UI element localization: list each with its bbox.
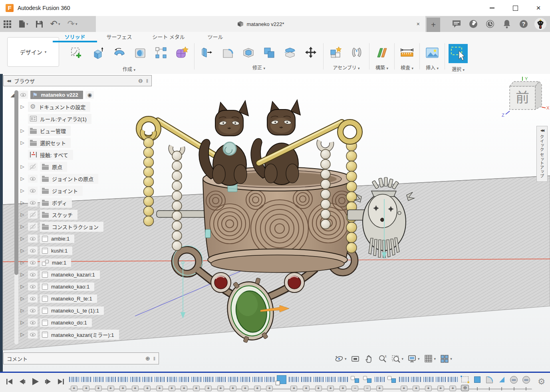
timeline-feature-joints[interactable]: +	[227, 374, 239, 392]
tree-item-chip[interactable]: 接触: すべて	[28, 150, 73, 160]
browser-scrollbar[interactable]	[14, 90, 18, 344]
browser-header[interactable]: ◀◀ ブラウザ ⊖ ‖	[3, 75, 152, 86]
timeline-settings-gear-icon[interactable]: ⚙	[538, 377, 545, 386]
timeline-group-marker[interactable]	[501, 387, 502, 390]
visibility-eye-button[interactable]	[28, 330, 38, 338]
expand-arrow-icon[interactable]: ▷	[19, 164, 26, 169]
go-to-end-button[interactable]	[55, 376, 66, 387]
timeline-group-marker[interactable]: +	[169, 386, 175, 391]
timeline-feature-joints[interactable]: +	[105, 374, 117, 392]
expand-arrow-icon[interactable]: ▷	[19, 140, 26, 145]
timeline-group-marker[interactable]: +	[156, 386, 163, 391]
timeline-feature-joints[interactable]: +	[141, 374, 154, 392]
tree-item-chip[interactable]: ジョイントの原点	[40, 174, 98, 184]
timeline-group-marker[interactable]: +	[340, 386, 346, 391]
tree-item-chip[interactable]: スケッチ	[40, 210, 77, 220]
visibility-eye-button[interactable]	[28, 283, 38, 291]
timeline-feature-joints[interactable]: +	[337, 374, 349, 392]
visibility-eye-button[interactable]	[28, 187, 38, 195]
timeline-group-marker[interactable]: +	[71, 386, 77, 391]
red-jewel-right[interactable]	[284, 273, 304, 293]
visibility-eye-button[interactable]	[28, 306, 38, 314]
visibility-eye-button[interactable]	[28, 259, 38, 267]
tree-item-chip[interactable]: ⚑mataneko v222	[30, 91, 83, 99]
expand-arrow-icon[interactable]: ▷	[19, 308, 26, 313]
timeline-group-marker[interactable]: +	[205, 386, 212, 391]
tree-item-chip[interactable]: ボディ	[40, 198, 72, 208]
zoom-button[interactable]: ±	[377, 353, 389, 364]
panel-grip-icon[interactable]: ‖	[146, 78, 148, 84]
timeline-group-marker[interactable]: +	[315, 386, 322, 391]
timeline-feature-joints[interactable]: +	[117, 374, 129, 392]
tree-item-chip[interactable]: 選択セット	[28, 138, 71, 148]
tree-item-chip[interactable]: mataneko_L_te (1):1	[40, 306, 104, 315]
tree-item-chip[interactable]: 原点	[40, 162, 67, 172]
tree-row[interactable]: ▷mataneko_kazari(ミラー):1	[3, 328, 152, 340]
tree-row[interactable]: ▷mataneko_L_te (1):1	[3, 304, 152, 316]
timeline-feature-joints[interactable]: +	[300, 374, 312, 392]
tree-item-chip[interactable]: ルール:ティアラ2(1)	[28, 114, 91, 124]
timeline-feature-joints[interactable]: +	[129, 374, 141, 392]
timeline-feature-mirror[interactable]	[496, 374, 508, 392]
timeline-group-marker[interactable]	[489, 387, 490, 390]
tree-item-chip[interactable]: ambie:1	[40, 235, 74, 243]
tree-item-chip[interactable]: mataneko_do:1	[40, 318, 92, 327]
timeline-feature-joints[interactable]: +	[80, 374, 93, 392]
timeline-group-marker[interactable]: +	[425, 386, 432, 391]
timeline-group-marker[interactable]: +	[193, 386, 200, 391]
timeline-group-marker[interactable]: +	[290, 386, 297, 391]
hide-panel-icon[interactable]: ⊖	[138, 78, 143, 84]
timeline-group-marker[interactable]: +	[217, 386, 224, 391]
visibility-eye-button[interactable]	[28, 271, 38, 279]
tree-item-chip[interactable]: mataneko_R_te:1	[40, 294, 97, 303]
tree-row[interactable]: ▷mae:1	[3, 257, 152, 269]
add-comment-icon[interactable]: ⊕	[145, 355, 150, 362]
timeline-feature-insert[interactable]	[385, 374, 398, 392]
expand-arrow-icon[interactable]: ▷	[19, 320, 26, 325]
expand-arrow-icon[interactable]: ▷	[19, 284, 26, 289]
timeline-feature-joints[interactable]: +	[447, 374, 459, 392]
timeline-feature-joints[interactable]: +	[203, 374, 215, 392]
tree-row[interactable]: ▷選択セット	[3, 137, 152, 149]
timeline-group-marker[interactable]: +	[266, 386, 273, 391]
timeline-feature-joints[interactable]: +	[373, 374, 386, 392]
tree-item-chip[interactable]: kushi:1	[40, 247, 72, 255]
tree-row[interactable]: ▷ambie:1	[3, 233, 152, 245]
timeline-group-marker[interactable]: +	[144, 386, 151, 391]
tree-item-chip[interactable]: mataneko_kazari(ミラー):1	[40, 330, 119, 340]
tree-item-chip[interactable]: コンストラクション	[40, 222, 103, 232]
zoom-window-button[interactable]: ▾	[390, 353, 405, 364]
visibility-eye-button[interactable]	[18, 91, 28, 99]
timeline-feature-joints[interactable]: +	[166, 374, 178, 392]
tree-row[interactable]: 接触: すべて	[3, 149, 152, 161]
tree-row[interactable]: ▷mataneko_kazari:1	[3, 269, 152, 281]
timeline-feature-joints[interactable]: +	[190, 374, 203, 392]
expand-arrow-icon[interactable]: ▷	[19, 248, 26, 253]
timeline-group-marker[interactable]: +	[254, 386, 261, 391]
timeline-feature-joints[interactable]: +	[264, 374, 276, 392]
expand-arrow-icon[interactable]: ▷	[19, 332, 26, 337]
timeline-feature-joints[interactable]: +	[435, 374, 447, 392]
visibility-eye-button[interactable]	[28, 294, 38, 302]
viewports-button[interactable]: ▾	[439, 353, 453, 364]
timeline-group-marker[interactable]: +	[376, 386, 383, 391]
view-cube[interactable]: 前 Y X Z	[500, 76, 550, 120]
red-jewel-left[interactable]	[211, 273, 231, 293]
timeline-group-marker[interactable]: +	[327, 386, 334, 391]
timeline-feature-insert[interactable]: −	[349, 374, 361, 392]
timeline-feature-joints[interactable]: +	[251, 374, 264, 392]
timeline-playhead[interactable]: ⊖	[461, 385, 469, 391]
timeline-group-marker[interactable]	[477, 387, 478, 390]
timeline-feature-extrude[interactable]	[471, 374, 484, 392]
timeline-group-marker[interactable]: +	[401, 386, 407, 391]
go-to-start-button[interactable]	[4, 376, 15, 387]
timeline-feature-sketch[interactable]: ⊖	[459, 374, 471, 392]
orbit-button[interactable]: ▾	[333, 353, 348, 364]
grid-snaps-button[interactable]: ▾	[423, 353, 437, 364]
play-button[interactable]	[30, 376, 40, 387]
visibility-eye-button[interactable]	[28, 199, 38, 207]
quick-setup-tab[interactable]: ◀◀ クイック セットアップ	[536, 126, 548, 182]
expand-arrow-icon[interactable]: ▷	[19, 176, 26, 181]
step-back-button[interactable]	[17, 376, 28, 387]
timeline-group-marker[interactable]: +	[413, 386, 419, 391]
